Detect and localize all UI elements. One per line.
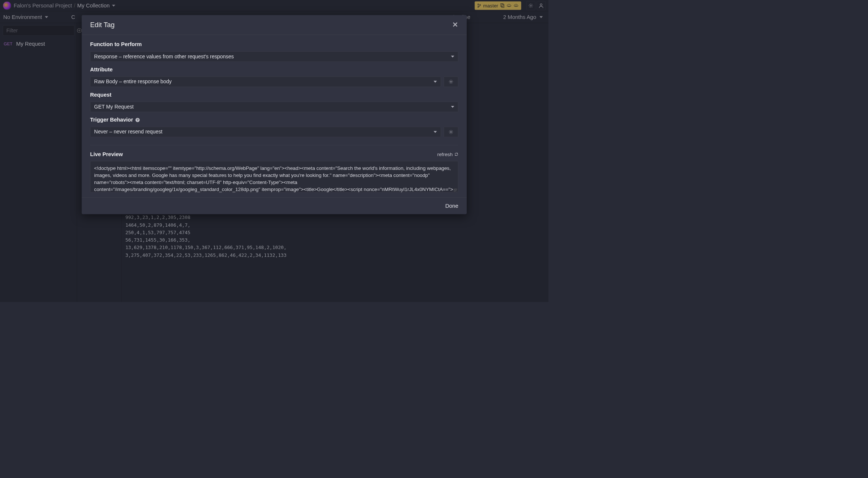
preview-textarea[interactable]: <!doctype html><html itemscope="" itemty… (90, 161, 459, 193)
refresh-icon (454, 152, 458, 156)
request-select[interactable]: GET My Request (90, 102, 459, 112)
attribute-settings-button[interactable] (444, 77, 458, 87)
attribute-label: Attribute (90, 67, 459, 73)
resize-grip[interactable] (454, 188, 457, 192)
chevron-down-icon (451, 56, 454, 58)
preview-label: Live Preview (90, 151, 123, 157)
help-icon[interactable]: ? (135, 118, 139, 122)
refresh-button[interactable]: refresh (437, 151, 458, 157)
modal-title: Edit Tag (90, 21, 115, 29)
gear-icon (448, 80, 453, 84)
trigger-settings-button[interactable] (444, 127, 458, 137)
function-label: Function to Perform (90, 41, 459, 48)
chevron-down-icon (434, 131, 437, 133)
trigger-label: Trigger Behavior ? (90, 117, 459, 123)
close-button[interactable]: ✕ (452, 21, 458, 29)
request-label: Request (90, 91, 459, 98)
function-select[interactable]: Response – reference values from other r… (90, 51, 459, 62)
modal-overlay: Edit Tag ✕ Function to Perform Response … (0, 0, 548, 302)
edit-tag-modal: Edit Tag ✕ Function to Perform Response … (82, 15, 467, 214)
chevron-down-icon (451, 106, 454, 108)
done-button[interactable]: Done (446, 203, 459, 209)
gear-icon (448, 130, 453, 135)
svg-point-8 (450, 81, 451, 82)
svg-point-9 (450, 131, 451, 132)
trigger-select[interactable]: Never – never resend request (90, 127, 441, 137)
attribute-select[interactable]: Raw Body – entire response body (90, 77, 441, 87)
chevron-down-icon (434, 81, 437, 83)
